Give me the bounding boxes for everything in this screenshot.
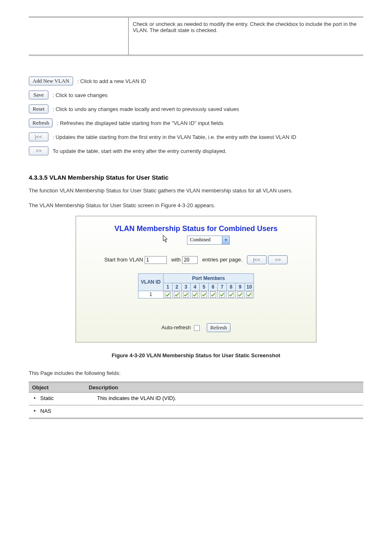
- check-icon: [219, 291, 225, 298]
- port-col-10: 10: [244, 283, 254, 291]
- auto-refresh-label: Auto-refresh: [161, 324, 191, 331]
- check-icon: [246, 291, 252, 298]
- check-icon: [201, 291, 207, 298]
- port-cell-7: [217, 291, 226, 298]
- port-col-8: 8: [226, 283, 235, 291]
- port-col-4: 4: [190, 283, 199, 291]
- port-cell-5: [199, 291, 208, 298]
- table-row: NAS: [29, 405, 363, 418]
- port-cell-8: [226, 291, 235, 298]
- buttons-block: Add New VLAN : Click to add a new VLAN I…: [29, 76, 363, 155]
- port-col-7: 7: [217, 283, 226, 291]
- entries-input[interactable]: [182, 256, 198, 264]
- fields-table-header-desc: Description: [85, 383, 363, 392]
- entries-per-page-label: entries per page.: [202, 257, 242, 263]
- port-col-5: 5: [199, 283, 208, 291]
- first-page-button[interactable]: |<<: [29, 132, 48, 141]
- fields-desc-nas: [94, 405, 363, 418]
- add-new-vlan-desc: : Click to add a new VLAN ID: [77, 78, 146, 84]
- nav-next-button[interactable]: >>: [268, 255, 288, 264]
- check-icon: [174, 291, 180, 298]
- reset-desc: : Click to undo any changes made locally…: [53, 106, 239, 112]
- port-members-header: Port Members: [163, 273, 254, 283]
- cursor-icon: [162, 235, 169, 245]
- port-cell-6: [208, 291, 217, 298]
- user-combobox-value: Combined: [187, 236, 222, 244]
- save-desc: : Click to save changes: [53, 92, 108, 98]
- port-col-9: 9: [235, 283, 244, 291]
- chevron-down-icon: ▼: [222, 236, 229, 244]
- fields-table-header-object: Object: [29, 383, 85, 392]
- port-cell-10: [244, 291, 254, 298]
- user-combobox[interactable]: Combined ▼: [187, 236, 230, 245]
- hr-bt-bottom: [29, 418, 363, 419]
- top-table-right-cell: Check or uncheck as needed to modify the…: [129, 18, 363, 55]
- fields-table: Object Description Static This indicates…: [29, 382, 363, 419]
- table-row: Static This indicates the VLAN ID (VID).: [29, 392, 363, 405]
- port-members-table: VLAN ID Port Members 1 2 3 4 5 6 7 8 9 1…: [138, 273, 254, 298]
- port-col-1: 1: [163, 283, 172, 291]
- vlan-id-cell: 1: [138, 291, 163, 298]
- port-col-3: 3: [181, 283, 190, 291]
- start-from-label: Start from VLAN: [104, 257, 143, 263]
- add-new-vlan-button[interactable]: Add New VLAN: [29, 76, 73, 86]
- hr-top-end: [29, 55, 363, 56]
- check-icon: [228, 291, 234, 298]
- check-icon: [183, 291, 189, 298]
- reset-button[interactable]: Reset: [29, 104, 48, 113]
- check-icon: [192, 291, 198, 298]
- refresh-button-ss[interactable]: Refresh: [207, 323, 231, 332]
- figure-label: Figure 4-3-20 VLAN Membership Status for…: [29, 352, 363, 358]
- intro-paragraph: This Page includes the following fields:: [29, 369, 363, 377]
- refresh-button[interactable]: Refresh: [29, 118, 53, 127]
- port-cell-9: [235, 291, 244, 298]
- screenshot-panel: VLAN Membership Status for Combined User…: [76, 216, 316, 343]
- fields-obj-static: Static: [29, 393, 94, 405]
- fields-desc-static: This indicates the VLAN ID (VID).: [94, 393, 363, 405]
- port-col-2: 2: [172, 283, 181, 291]
- vlan-id-header: VLAN ID: [138, 273, 163, 291]
- figure-caption-intro: The VLAN Membership Status for User Stat…: [29, 202, 363, 208]
- port-col-6: 6: [208, 283, 217, 291]
- fields-obj-nas: NAS: [29, 405, 94, 418]
- port-cell-2: [172, 291, 181, 298]
- check-icon: [237, 291, 243, 298]
- refresh-desc: : Refreshes the displayed table starting…: [57, 120, 223, 126]
- section-paragraph: The function VLAN Membership Status for …: [29, 187, 363, 195]
- port-cell-3: [181, 291, 190, 298]
- top-table-left-cell: [29, 18, 129, 55]
- screenshot-controls: Start from VLAN with entries per page. |…: [82, 255, 310, 264]
- next-page-button[interactable]: >>: [29, 146, 48, 155]
- top-table-row: Check or uncheck as needed to modify the…: [29, 18, 363, 55]
- section-heading: 4.3.3.5 VLAN Membership Status for User …: [29, 174, 363, 181]
- check-icon: [165, 291, 171, 298]
- start-from-input[interactable]: [145, 256, 167, 264]
- port-cell-1: [163, 291, 172, 298]
- next-page-desc: To update the table, start with the entr…: [53, 148, 226, 154]
- nav-first-button[interactable]: |<<: [247, 255, 267, 264]
- screenshot-title: VLAN Membership Status for Combined User…: [82, 224, 310, 233]
- auto-refresh-checkbox[interactable]: [194, 325, 200, 331]
- first-page-desc: : Updates the table starting from the fi…: [53, 134, 296, 140]
- with-label: with: [171, 257, 181, 263]
- port-cell-4: [190, 291, 199, 298]
- screenshot-footer: Auto-refresh Refresh: [82, 323, 310, 332]
- save-button[interactable]: Save: [29, 90, 48, 99]
- check-icon: [210, 291, 216, 298]
- table-row: 1: [138, 291, 254, 298]
